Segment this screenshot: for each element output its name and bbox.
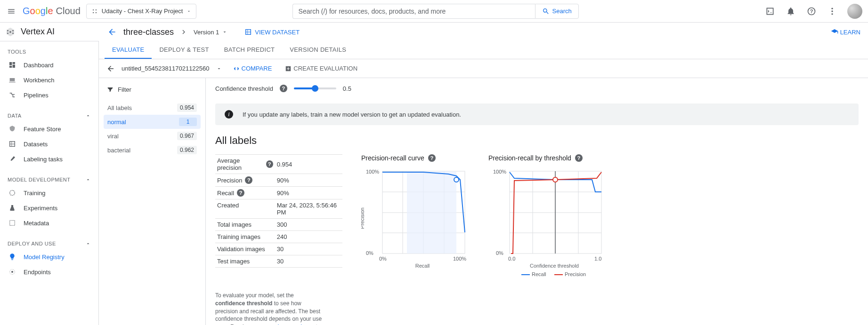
sidebar-item-training[interactable]: Training [0,185,98,200]
metric-row: Total images 300 [215,219,342,231]
sidebar-heading-data[interactable]: DATA [0,110,98,121]
metric-label: Total images [215,219,275,230]
banner-text: If you update any labels, train a new mo… [243,111,461,118]
label-item-normal[interactable]: normal1 [104,115,201,129]
cloud-shell-icon[interactable] [764,6,776,17]
sidebar-heading-deploy[interactable]: DEPLOY AND USE [0,238,98,249]
caret-down-icon [187,9,191,14]
precision-recall-chart: Precision-recall curve ? 100% 0% 0% 100%… [361,154,470,275]
sidebar-label: Datasets [24,141,48,148]
svg-point-10 [7,30,8,31]
view-dataset-button[interactable]: VIEW DATASET [244,28,300,36]
sidebar-label: Pipelines [24,92,49,99]
chevron-up-icon [85,113,91,119]
sidebar-item-datasets[interactable]: Datasets [0,136,98,151]
eval-dropdown[interactable] [216,66,222,71]
compare-button[interactable]: COMPARE [233,65,272,72]
metric-label: Validation images [215,243,275,255]
svg-point-19 [10,190,15,196]
search-input[interactable]: Search (/) for resources, docs, products… [292,4,535,19]
create-eval-label: CREATE EVALUATION [293,65,357,72]
more-icon[interactable] [827,6,838,17]
label-score: 1 [179,118,197,126]
learn-button[interactable]: LEARN [831,28,860,36]
sidebar-label: Endpoints [24,269,51,276]
threshold-slider[interactable] [294,87,336,89]
metric-label: Test images [215,255,275,267]
label-score: 0.962 [177,146,197,154]
tab-evaluate[interactable]: EVALUATE [105,41,152,59]
metric-row: Precision ?90% [215,174,342,187]
metric-value: 30 [275,255,342,268]
chart1-ymax: 100% [366,169,379,174]
metric-label: Precision ? [215,174,275,186]
hamburger-menu-icon[interactable] [6,6,17,17]
evaluation-content: Confidence threshold ? 0.5 i If you upda… [206,78,868,325]
chart2-title: Precision-recall by threshold [488,154,571,162]
project-picker[interactable]: Udacity - Chest X-Ray Project [86,4,197,19]
sidebar-item-workbench[interactable]: Workbench [0,72,98,87]
svg-rect-15 [13,62,15,64]
google-cloud-logo[interactable]: Google Cloud [23,6,81,16]
create-evaluation-button[interactable]: CREATE EVALUATION [285,65,357,72]
sidebar-item-pipelines[interactable]: Pipelines [0,87,98,103]
sidebar-label: Metadata [24,220,49,227]
svg-rect-16 [9,66,12,68]
model-header: three-classes Version 1 VIEW DATASET LEA… [99,23,868,41]
metrics-table: Average precision ?0.954Precision ?90%Re… [215,154,342,268]
evaluation-bar: untitled_5545238117021122560 COMPARE CRE… [99,59,868,78]
user-avatar[interactable] [847,4,862,19]
help-icon[interactable]: ? [806,6,817,17]
chart2-xmin: 0.0 [508,256,515,262]
datasets-icon [8,140,17,148]
compare-label: COMPARE [242,65,272,72]
slider-thumb[interactable] [312,85,318,92]
metric-row: Created Mar 24, 2023, 5:56:46 PM [215,199,342,219]
search-placeholder: Search (/) for resources, docs, products… [299,8,446,15]
metric-label: Created [215,199,275,211]
vertex-ai-icon [0,27,21,37]
pipelines-icon [8,91,17,99]
sidebar-heading-model-dev[interactable]: MODEL DEVELOPMENT [0,174,98,185]
help-icon[interactable]: ? [237,189,244,197]
search-button[interactable]: Search [535,4,579,19]
tab-deploy-test[interactable]: DEPLOY & TEST [152,41,216,59]
help-icon[interactable]: ? [428,154,436,162]
chevron-up-icon [85,177,91,182]
version-label: Version 1 [194,29,219,36]
sidebar-item-model-registry[interactable]: Model Registry [0,249,98,264]
notifications-icon[interactable] [785,6,796,17]
filter-button[interactable]: Filter [104,86,201,93]
label-item-viral[interactable]: viral0.967 [104,129,201,143]
sidebar-item-labeling-tasks[interactable]: Labeling tasks [0,151,98,166]
eval-back-button[interactable] [106,64,115,73]
help-icon[interactable]: ? [280,85,287,92]
svg-rect-14 [9,62,12,65]
sidebar-heading-tools[interactable]: TOOLS [0,46,98,57]
metric-value: 300 [275,219,342,231]
label-item-all-labels[interactable]: All labels0.954 [104,101,201,115]
help-icon[interactable]: ? [575,154,583,162]
metric-value: 90% [275,187,342,199]
sidebar-label: Model Registry [24,254,65,261]
help-icon[interactable]: ? [266,160,273,168]
sidebar-item-endpoints[interactable]: Endpoints [0,264,98,279]
sidebar-item-feature-store[interactable]: Feature Store [0,121,98,136]
help-icon[interactable]: ? [245,176,252,184]
search-button-label: Search [552,8,572,15]
tab-batch-predict[interactable]: BATCH PREDICT [217,41,283,59]
tab-version-details[interactable]: VERSION DETAILS [282,41,354,59]
tabs: EVALUATE DEPLOY & TEST BATCH PREDICT VER… [99,41,868,59]
metric-value: 0.954 [275,155,342,174]
model-registry-icon [8,253,17,261]
metric-row: Average precision ?0.954 [215,155,342,174]
sidebar-item-experiments[interactable]: Experiments [0,200,98,215]
sidebar-item-metadata[interactable]: Metadata [0,215,98,230]
section-title: All labels [206,135,868,154]
version-picker[interactable]: Version 1 [194,29,227,36]
label-panel: Filter All labels0.954normal1viral0.967b… [99,78,206,325]
sidebar-item-dashboard[interactable]: Dashboard [0,57,98,72]
label-item-bacterial[interactable]: bacterial0.962 [104,143,201,157]
cloud-word: Cloud [56,6,81,16]
back-button[interactable] [106,26,118,38]
